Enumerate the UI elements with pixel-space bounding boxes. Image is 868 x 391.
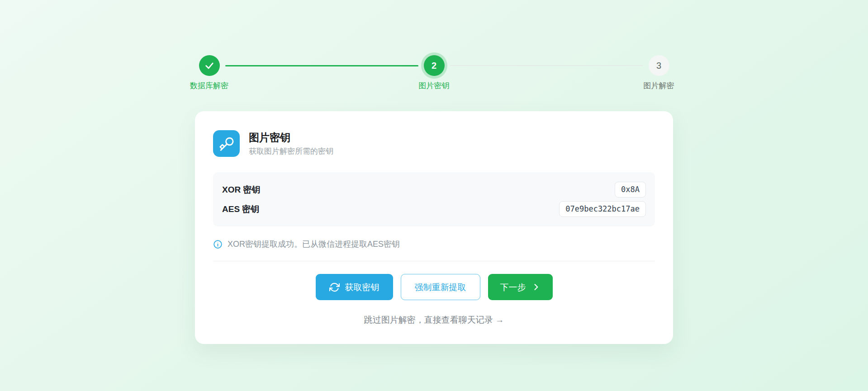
step-1-label: 数据库解密 [190, 80, 228, 91]
refresh-icon [329, 282, 340, 292]
force-reextract-button[interactable]: 强制重新提取 [401, 274, 480, 300]
card-header-text: 图片密钥 获取图片解密所需的密钥 [249, 130, 333, 156]
aes-key-label: AES 密钥 [222, 203, 259, 215]
key-values-panel: XOR 密钥 0x8A AES 密钥 07e9bec322bc17ae [213, 172, 655, 226]
action-buttons: 获取密钥 强制重新提取 下一步 [213, 274, 655, 300]
key-icon [213, 130, 240, 157]
card-title: 图片密钥 [249, 130, 333, 143]
step-2-label: 图片密钥 [419, 80, 450, 91]
info-icon [213, 240, 223, 249]
step-image-key: 2 图片密钥 [424, 55, 445, 76]
divider [213, 261, 655, 261]
skip-row: 跳过图片解密，直接查看聊天记录 → [213, 314, 655, 326]
image-key-card: 图片密钥 获取图片解密所需的密钥 XOR 密钥 0x8A AES 密钥 07e9… [195, 111, 673, 344]
stepper-connector-done [225, 65, 418, 66]
status-row: XOR密钥提取成功。已从微信进程提取AES密钥 [213, 239, 655, 250]
step-image-decrypt: 3 图片解密 [649, 55, 669, 76]
card-header: 图片密钥 获取图片解密所需的密钥 [213, 130, 655, 157]
step-3-label: 图片解密 [644, 80, 674, 91]
xor-key-value: 0x8A [615, 182, 646, 198]
next-step-label: 下一步 [500, 283, 526, 292]
xor-key-row: XOR 密钥 0x8A [222, 180, 646, 199]
check-icon [204, 61, 214, 71]
force-reextract-label: 强制重新提取 [415, 283, 466, 292]
card-subtitle: 获取图片解密所需的密钥 [249, 146, 333, 156]
step-2-circle: 2 [424, 55, 445, 76]
step-1-circle [199, 55, 220, 76]
aes-key-row: AES 密钥 07e9bec322bc17ae [222, 199, 646, 219]
step-database-decrypt: 数据库解密 [199, 55, 220, 76]
chevron-right-icon [531, 283, 541, 292]
fetch-key-button[interactable]: 获取密钥 [316, 274, 393, 300]
aes-key-value: 07e9bec322bc17ae [559, 201, 646, 217]
status-message: XOR密钥提取成功。已从微信进程提取AES密钥 [228, 239, 400, 250]
step-3-circle: 3 [649, 55, 669, 76]
fetch-key-label: 获取密钥 [345, 283, 379, 292]
xor-key-label: XOR 密钥 [222, 184, 260, 196]
next-step-button[interactable]: 下一步 [488, 274, 553, 300]
skip-image-decrypt-link[interactable]: 跳过图片解密，直接查看聊天记录 → [364, 315, 504, 325]
stepper-connector-todo [450, 65, 643, 66]
wizard-stepper: 数据库解密 2 图片密钥 3 图片解密 [199, 0, 669, 76]
